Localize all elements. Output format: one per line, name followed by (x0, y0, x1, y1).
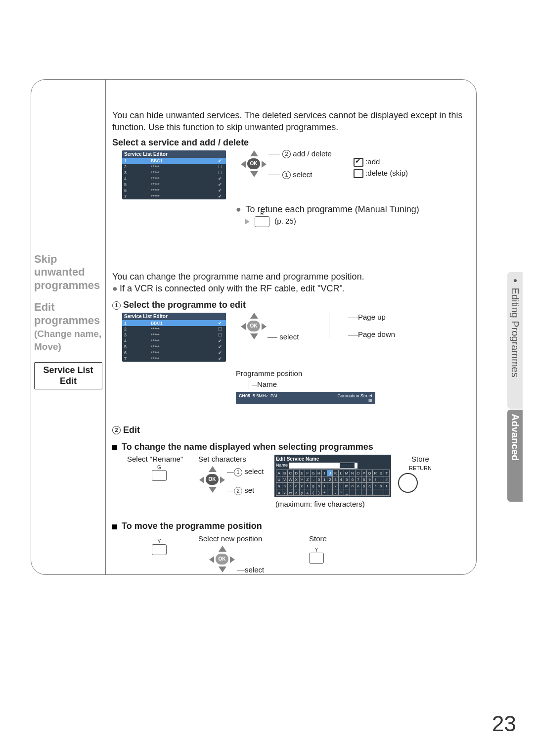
left-title-edit: Edit programmes (Change name, Move) (34, 301, 102, 353)
divider (105, 80, 106, 574)
tab-section-label: Editing Programmes (510, 288, 521, 378)
side-tabs: ● Editing Programmes Advanced (507, 272, 522, 502)
bullet-icon: ● (236, 204, 241, 214)
red-button-icon (255, 216, 269, 227)
store-label-2: Store (309, 534, 358, 543)
yellow-button-icon (152, 544, 167, 555)
programme-info-bar: CH05 5.5MHz PAL Coronation Street ▦ (236, 392, 375, 404)
square-bullet-icon (112, 445, 117, 450)
checkbox-checked-icon (354, 158, 363, 167)
green-button-icon (152, 470, 167, 481)
label-add-delete: add / delete (293, 149, 331, 158)
legend: :add :delete (skip) (354, 157, 408, 178)
max-chars-note: (maximum: five characters) (275, 499, 470, 509)
step-2-icon: 2 (112, 426, 121, 434)
section-skip: You can hide unwanted services. The dele… (110, 80, 472, 232)
set-characters-label: Set characters (198, 455, 267, 463)
step-1-icon: 1 (112, 301, 121, 310)
programme-info-callout: Programme position Name CH05 5.5MHz PAL … (236, 369, 470, 404)
label-select: select (293, 170, 312, 179)
tab-section: ● Editing Programmes (507, 272, 523, 409)
rename-select-label: Select "Rename" (127, 455, 191, 463)
rename-heading: To change the name displayed when select… (122, 442, 373, 452)
service-list-edit-box: Service List Edit (34, 362, 102, 389)
tab-group: Advanced (507, 410, 523, 502)
nav-pad-icon: OK (243, 150, 265, 177)
store-label: Store (398, 455, 443, 463)
return-label: RETURN (398, 465, 443, 471)
content-frame: Skip unwanted programmes Edit programmes… (31, 79, 477, 575)
edit-intro2: ●If a VCR is connected only with the RF … (112, 283, 470, 294)
select-new-position-label: Select new position (198, 534, 302, 543)
service-list-editor-osd: Service List Editor 1BBC1✔ 2*****☐ 3****… (122, 150, 226, 199)
checkbox-empty-icon (354, 169, 363, 178)
nav-pad-icon: OK (243, 313, 265, 339)
section-edit: You can change the programme name and pr… (110, 267, 472, 575)
step-1-icon: 1 (282, 171, 291, 179)
return-button-icon (398, 473, 418, 493)
yellow-button-icon (309, 553, 324, 564)
page-legend: Page up Page down (329, 313, 395, 338)
page-number: 23 (492, 711, 516, 736)
right-column: You can hide unwanted services. The dele… (110, 80, 472, 574)
label-select: select (279, 332, 299, 341)
retune-page: (p. 25) (274, 217, 296, 225)
arrow-right-icon (245, 219, 250, 225)
service-list-editor-osd-2: Service List Editor 1BBC1✔ 2*****☐ 3****… (122, 313, 226, 362)
edit-service-name-osd: Edit Service Name Name ABCDEFGHIJKLMNOPQ… (274, 455, 391, 497)
left-column: Skip unwanted programmes Edit programmes… (31, 80, 105, 574)
retune-text: To retune each programme (Manual Tuning) (246, 204, 419, 214)
osd-title: Service List Editor (122, 150, 226, 158)
ok-button-icon: OK (247, 158, 260, 169)
left-title-skip: Skip unwanted programmes (34, 253, 102, 292)
step-2-icon: 2 (282, 150, 291, 158)
nav-pad-icon: OK (201, 466, 223, 493)
nav-pad-icon: OK (211, 546, 233, 572)
tab-group-label: Advanced (510, 414, 521, 461)
step2-heading: Edit (123, 425, 140, 435)
square-bullet-icon (112, 524, 117, 529)
step1-heading: Select the programme to edit (123, 300, 246, 310)
skip-heading: Select a service and add / delete (112, 137, 470, 148)
bullet-icon: ● (112, 284, 118, 293)
edit-intro1: You can change the programme name and pr… (112, 271, 470, 283)
bullet-icon: ● (511, 276, 519, 284)
osd-table: 1BBC1✔ 2*****☐ 3*****☐ 4*****✔ 5*****✔ 6… (122, 158, 226, 199)
move-heading: To move the programme position (122, 521, 262, 531)
skip-intro: You can hide unwanted services. The dele… (112, 109, 470, 134)
